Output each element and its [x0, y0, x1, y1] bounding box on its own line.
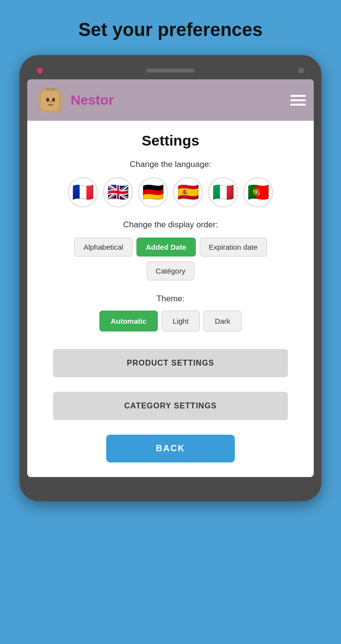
flag-italian[interactable]: 🇮🇹 [208, 177, 238, 207]
flag-spanish[interactable]: 🇪🇸 [173, 177, 203, 207]
phone-top-bar [27, 65, 314, 79]
svg-rect-1 [41, 91, 59, 110]
app-name: Nestor [71, 92, 114, 108]
flag-english[interactable]: 🇬🇧 [103, 177, 133, 207]
settings-title: Settings [37, 132, 304, 149]
svg-point-3 [52, 98, 55, 102]
phone-dot-right [298, 68, 304, 74]
order-btn-alphabetical[interactable]: Alphabetical [74, 238, 133, 257]
order-buttons-row1: Alphabetical Added Date Expiration date [37, 238, 304, 257]
hamburger-line-1 [290, 95, 306, 97]
order-btn-added-date[interactable]: Added Date [136, 238, 195, 257]
app-content: Settings Change the language: 🇫🇷 🇬🇧 🇩🇪 🇪… [27, 121, 314, 477]
theme-btn-light[interactable]: Light [162, 311, 200, 331]
hamburger-line-3 [290, 104, 306, 106]
flag-french[interactable]: 🇫🇷 [68, 177, 98, 207]
category-settings-button[interactable]: CATEGORY SETTINGS [53, 392, 288, 420]
hamburger-line-2 [290, 99, 306, 101]
product-settings-button[interactable]: PRODUCT SETTINGS [53, 349, 288, 377]
page-title: Set your preferences [78, 19, 263, 40]
flags-row: 🇫🇷 🇬🇧 🇩🇪 🇪🇸 🇮🇹 🇵🇹 [37, 177, 304, 207]
app-logo [35, 84, 67, 116]
app-header: Nestor [27, 79, 314, 121]
order-btn-category[interactable]: Catégory [147, 261, 195, 280]
theme-label: Theme: [37, 294, 304, 304]
order-btn-expiration[interactable]: Expiration date [200, 238, 267, 257]
theme-buttons: Automatic Light Dark [37, 311, 304, 331]
phone-speaker [146, 69, 195, 73]
svg-rect-6 [62, 98, 67, 101]
display-order-label: Change the display order: [37, 220, 304, 230]
svg-point-4 [50, 101, 52, 103]
flag-german[interactable]: 🇩🇪 [138, 177, 168, 207]
hamburger-menu-icon[interactable] [290, 95, 306, 106]
app-logo-container: Nestor [35, 84, 114, 116]
svg-point-2 [46, 98, 49, 102]
language-section-label: Change the language: [37, 160, 304, 169]
order-buttons-row2: Catégory [37, 261, 304, 280]
theme-btn-automatic[interactable]: Automatic [99, 311, 157, 331]
phone-bottom [27, 477, 314, 487]
theme-btn-dark[interactable]: Dark [204, 311, 242, 331]
app-screen: Nestor Settings Change the language: 🇫🇷 … [27, 79, 314, 477]
back-button[interactable]: BACK [106, 435, 234, 462]
svg-rect-5 [35, 98, 40, 101]
phone-dot-left [37, 68, 43, 74]
flag-portuguese[interactable]: 🇵🇹 [243, 177, 273, 207]
phone-shell: Nestor Settings Change the language: 🇫🇷 … [19, 55, 322, 501]
svg-rect-7 [46, 88, 56, 91]
